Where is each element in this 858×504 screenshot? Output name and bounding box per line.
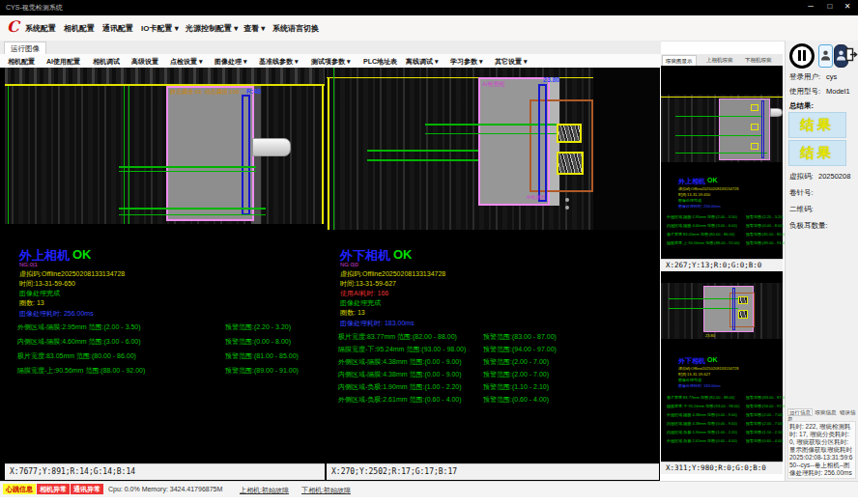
left-threshold-label: 静态阈值:93, 动态阈值:100 (170, 88, 239, 97)
left-camera-pane[interactable]: 静态阈值:93, 动态阈值:100 R:48 外上相机 OK NG:0|1 虚拟… (5, 68, 325, 463)
toolbar: 相机配置 AI使用配置 相机调试 高级设置 点检设置 ▾ 图像处理 ▾ 基准线参… (0, 54, 661, 69)
mini-pane-2[interactable]: 23.80 外下相机 OK 虚拟码:Offline202502081331347… (661, 271, 783, 462)
center-blue-roi-label: 23.80 (543, 76, 560, 83)
mini2-warn-1: 预警范围:(94.00 - 97.00) (746, 404, 787, 408)
mini2-warn-0: 预警范围:(83.00 - 87.00) (746, 395, 787, 400)
result-box-2: 结果 (788, 140, 846, 166)
center-meas-4: 内侧区域-负极:1.90mm 范围:(1.00 - 2.20) (338, 382, 462, 392)
mini1-tab-box-1 (751, 104, 758, 111)
menu-view[interactable]: 查看 ▾ (243, 23, 265, 34)
center-green-hline2 (367, 159, 483, 161)
mini2-warn-2: 预警范围:(2.00 - 7.00) (746, 412, 784, 417)
menu-camera-config[interactable]: 相机配置 (64, 23, 95, 34)
center-meas-2: 外侧区域-隔膜:4.38mm 范围:(0.00 - 9.00) (338, 357, 462, 367)
center-ai-elapsed: 使用AI耗时: 166 (340, 289, 388, 298)
left-meas-0: 外侧区域-隔膜:2.95mm 范围:(2.00 - 3.50) (17, 322, 141, 332)
tool-baseline-params[interactable]: 基准线参数 ▾ (259, 57, 298, 67)
center-virtual-code: 虚拟码:Offline20250208133134728 (340, 269, 445, 279)
logout-button[interactable] (844, 44, 858, 66)
left-process-elapsed: 图像处理耗时: 256.00ms (19, 309, 94, 319)
total-result-label: 总结果: (789, 101, 814, 111)
center-ng-count: NG:0|0 (340, 262, 358, 267)
mini-pane-1[interactable]: 外上相机 OK 虚拟码:Offline20250208133134728 时间:… (661, 66, 783, 259)
pause-icon (798, 50, 801, 61)
log-tab-run[interactable]: 运行信息 (787, 408, 813, 416)
mini2-meas-1: 隔膜宽度-下:95.24mm 范围:(93.00 - 98.00) (667, 404, 740, 408)
tool-camera-debug[interactable]: 相机调试 (93, 57, 120, 67)
mini-tab-upper-defect[interactable]: 上相机瑕疵 (703, 55, 736, 66)
tool-other-settings[interactable]: 其它设置 ▾ (495, 57, 527, 67)
model-label: 使用型号: (789, 87, 820, 97)
mini1-done: 图像处理完成 (678, 198, 701, 203)
center-meas-5: 外侧区域-负极:2.61mm 范围:(0.60 - 4.00) (338, 395, 462, 405)
login-user-label: 登录用户: (789, 72, 820, 82)
left-green-vline2 (124, 86, 125, 224)
left-green-vline (8, 86, 9, 224)
pause-button[interactable] (789, 43, 815, 69)
tool-camera-config[interactable]: 相机配置 (8, 57, 35, 67)
window-title: CYS-视觉检测系统 (6, 3, 63, 13)
menu-language-switch[interactable]: 系统语言切换 (272, 23, 319, 34)
mini1-blue-roi (761, 100, 764, 158)
log-text[interactable]: 耗时: 222, 瑕疵检测耗时: 17, 瑕疵分类耗时: 0, 瑕疵获取分区耗时… (787, 421, 856, 479)
mini-tab-lower-defect[interactable]: 下相机瑕疵 (742, 55, 775, 66)
tool-offline-debug[interactable]: 离线调试 ▾ (406, 57, 438, 67)
user-button[interactable] (818, 44, 833, 68)
left-time: 时间:13-31-59-650 (19, 279, 75, 289)
mini2-warn-3: 预警范围:(2.00 - 7.00) (746, 421, 784, 426)
cpu-memory-text: Cpu: 0.0% Memory: 3424.41796875M (108, 486, 222, 492)
maximize-icon[interactable]: □ (821, 2, 839, 11)
center-warn-1: 预警范围:(94.00 - 97.00) (483, 345, 557, 354)
mini1-warn-1: 预警范围:(0.00 - 8.00) (746, 223, 784, 228)
mini2-meas-5: 外侧区域-负极:2.61mm 范围:(0.60 - 4.00) (667, 438, 737, 443)
mini2-meas-2: 外侧区域-隔膜:4.38mm 范围:(0.00 - 9.00) (667, 412, 737, 417)
tool-spotcheck[interactable]: 点检设置 ▾ (170, 57, 202, 67)
left-blue-roi (242, 95, 250, 215)
mini2-meas-0: 极片宽度:83.77mm 范围:(82.00 - 88.00) (667, 395, 734, 400)
camera-alarm-badge: 相机异常 (37, 484, 70, 494)
logout-icon (844, 47, 858, 62)
left-image-canvas[interactable]: 静态阈值:93, 动态阈值:100 R:48 (5, 86, 325, 224)
left-meas-2: 极片宽度:83.05mm 范围:(80.00 - 86.00) (17, 351, 136, 361)
tool-learn-params[interactable]: 学习参数 ▾ (450, 57, 482, 67)
center-image-canvas[interactable]: AI检测框 23.80 AI检测区 (327, 68, 659, 230)
center-camera-pane[interactable]: AI检测框 23.80 AI检测区 外下相机 OK NG:0|0 虚拟码:Off… (327, 68, 659, 463)
left-green-hline3 (119, 208, 266, 210)
mini2-warn-4: 预警范围:(1.10 - 2.10) (746, 430, 784, 434)
tab-run-image[interactable]: 运行图像 (4, 42, 46, 55)
needle-label: 卷针号: (789, 188, 814, 198)
tool-advanced-config[interactable]: 高级设置 (131, 57, 158, 67)
mini2-ok: OK (707, 356, 718, 363)
minimize-icon[interactable]: ─ (802, 2, 819, 11)
tab-bar: 运行图像 (0, 41, 661, 55)
mini1-yellow-hline (661, 97, 783, 98)
left-turns: 圈数: 13 (19, 298, 44, 308)
left-green-vline3 (129, 86, 129, 224)
center-green-vline (333, 68, 334, 230)
mini1-connector (770, 108, 783, 117)
center-ai-area-label: AI检测区 (527, 194, 546, 200)
side-panel: 登录用户: cys 使用型号: Model1 总结果: 结果 结果 虚拟码: 2… (785, 41, 858, 481)
left-warn-3: 预警范围:(89.00 - 91.00) (225, 366, 299, 376)
menu-light-config[interactable]: 光源控制配置 ▾ (186, 23, 238, 34)
comm-alarm-badge: 通讯异常 (71, 484, 103, 494)
menu-system-config[interactable]: 系统配置 (25, 23, 56, 34)
center-process-done: 图像处理完成 (340, 298, 381, 308)
mini2-blue-roi (732, 288, 735, 330)
mini1-elapsed: 图像处理耗时: 256.00ms (678, 204, 721, 209)
log-tab-defect[interactable]: 瑕疵信息 (815, 409, 838, 415)
tool-image-process[interactable]: 图像处理 ▾ (214, 57, 246, 67)
tool-ai-config[interactable]: AI使用配置 (46, 57, 80, 67)
left-image-top-band (5, 68, 325, 84)
menu-io-config[interactable]: IO卡配置 ▾ (141, 23, 179, 34)
mini2-elapsed: 图像处理耗时: 183.00ms (678, 383, 721, 388)
left-process-done: 图像处理完成 (19, 289, 60, 298)
menu-comm-config[interactable]: 通讯配置 (102, 23, 133, 34)
left-tab-connector (252, 138, 291, 156)
left-meas-1: 内侧区域-隔膜:4.60mm 范围:(3.00 - 6.00) (17, 337, 141, 347)
left-pixel-readout: X:7677;Y:891;R:14;G:14;B:14 (5, 463, 325, 480)
tool-test-params[interactable]: 测试项参数 ▾ (311, 57, 350, 67)
left-green-hline1 (119, 166, 256, 168)
close-icon[interactable]: ✕ (839, 2, 856, 11)
tool-plc-address[interactable]: PLC地址表 (363, 57, 397, 67)
